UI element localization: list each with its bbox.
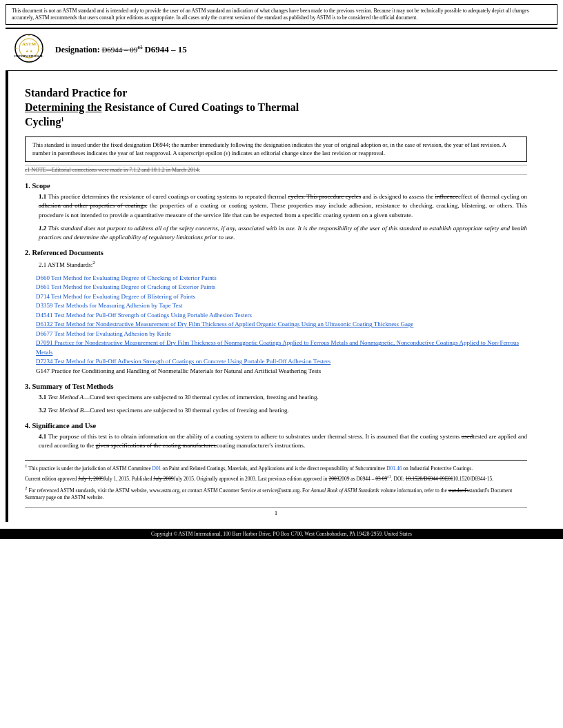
logo-area: ASTM ★ ★ INTERNATIONAL <box>11 32 47 68</box>
svg-text:ASTM: ASTM <box>22 41 37 47</box>
title-line2: Determining the Resistance of Cured Coat… <box>25 101 527 115</box>
abstract-box: This standard is issued under the fixed … <box>25 136 527 163</box>
ref-docs-sub: 2.1 ASTM Standards:2 <box>39 259 527 270</box>
svg-text:★ ★: ★ ★ <box>26 50 32 53</box>
ref-G147[interactable]: G147 Practice for Conditioning and Handl… <box>36 367 527 376</box>
abstract-text: This standard is issued under the fixed … <box>32 141 506 156</box>
scope-para-1-2: 1.2 This standard does not purport to ad… <box>39 224 527 242</box>
footnote-1-current: Current edition approved July 1, 2009Jul… <box>25 474 527 483</box>
document-header: ASTM ★ ★ INTERNATIONAL Designation: D694… <box>6 28 557 71</box>
references-list: D660 Test Method for Evaluating Degree o… <box>36 274 527 376</box>
summary-para-3-1: 3.1 Test Method A—Cured test specimens a… <box>39 393 527 402</box>
copyright-bar: Copyright © ASTM International, 100 Barr… <box>0 529 563 539</box>
copyright-text: Copyright © ASTM International, 100 Barr… <box>151 531 412 537</box>
footnote-1: 1 This practice is under the jurisdictio… <box>25 463 527 472</box>
footnote-area: 1 This practice is under the jurisdictio… <box>25 460 527 502</box>
ref-D7091[interactable]: D7091 Practice for Nondestructive Measur… <box>36 338 527 357</box>
ref-D6677[interactable]: D6677 Test Method for Evaluating Adhesio… <box>36 330 527 339</box>
footnote-2: 2 For referenced ASTM standards, visit t… <box>25 485 527 502</box>
ref-docs-heading: 2. Referenced Documents <box>25 249 527 256</box>
svg-text:INTERNATIONAL: INTERNATIONAL <box>14 54 44 58</box>
top-notice-box: This document is not an ASTM standard an… <box>6 4 557 25</box>
designation-old-super: ε1 <box>137 45 142 51</box>
ref-D661[interactable]: D661 Test Method for Evaluating Degree o… <box>36 283 527 292</box>
note-text: ε1 NOTE—Editorial corrections were made … <box>25 167 200 173</box>
sig-heading: 4. Significance and Use <box>25 422 527 429</box>
ref-D4541[interactable]: D4541 Test Method for Pull-Off Strength … <box>36 311 527 321</box>
document-title: Standard Practice for Determining the Re… <box>25 86 527 129</box>
top-notice-text: This document is not an ASTM standard an… <box>12 8 529 21</box>
scope-para-1-1: 1.1 This practice determines the resista… <box>39 192 527 219</box>
sig-para-4-1: 4.1 The purpose of this test is to obtai… <box>39 432 527 450</box>
content-area: Standard Practice for Determining the Re… <box>0 71 563 522</box>
ref-D6132[interactable]: D6132 Test Method for Nondestructive Mea… <box>36 320 527 330</box>
ref-docs-super: 2 <box>92 260 95 265</box>
title-underline: Determining the <box>25 101 102 113</box>
designation-new: D6944 – 15 <box>144 44 186 54</box>
summary-heading: 3. Summary of Test Methods <box>25 383 527 390</box>
note-line: ε1 NOTE—Editorial corrections were made … <box>25 165 527 175</box>
scope-heading: 1. Scope <box>25 182 527 190</box>
title-superscript: 1 <box>61 117 63 123</box>
summary-para-3-2: 3.2 Test Method B—Cured test specimens a… <box>39 406 527 415</box>
title-line1: Standard Practice for <box>25 86 527 101</box>
astm-logo-icon: ASTM ★ ★ INTERNATIONAL <box>11 32 47 68</box>
title-line3: Cycling1 <box>25 115 527 130</box>
ref-D3359[interactable]: D3359 Test Methods for Measuring Adhesio… <box>36 301 527 311</box>
page-footer: 1 <box>25 507 527 516</box>
ref-D714[interactable]: D714 Test Method for Evaluating Degree o… <box>36 292 527 302</box>
designation-area: Designation: D6944 – 09ε1 D6944 – 15 <box>55 44 187 55</box>
designation-label: Designation: <box>55 45 100 54</box>
page-number: 1 <box>275 509 278 516</box>
ref-D660[interactable]: D660 Test Method for Evaluating Degree o… <box>36 274 527 283</box>
designation-old: D6944 – 09 <box>101 46 137 54</box>
ref-D7234[interactable]: D7234 Test Method for Pull-Off Adhesion … <box>36 357 527 367</box>
